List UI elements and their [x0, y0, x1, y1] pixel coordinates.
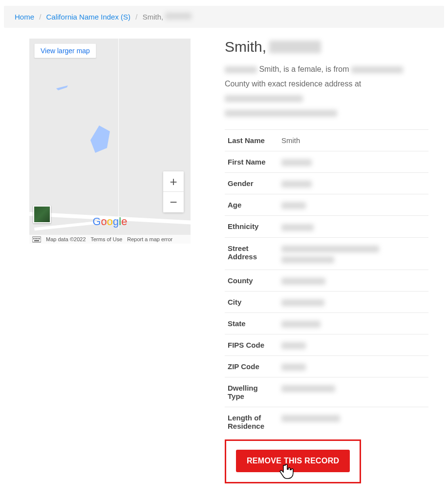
page-title: Smith, xxxxxxxx: [225, 39, 428, 55]
map-panel: View larger map + − Google Map data ©202…: [29, 39, 191, 244]
table-row: Street Addressxxxxxxxxxxxx: [225, 237, 428, 270]
description-text: xxxxxx Smith, is a female, is from xxxxx…: [225, 62, 428, 120]
redacted-text: xxxxxx: [281, 181, 312, 188]
table-row: Dwelling Typexxxxxx: [225, 377, 428, 407]
field-label: FIPS Code: [225, 334, 278, 355]
table-row: ZIP Codexxxxxx: [225, 355, 428, 377]
svg-rect-5: [39, 238, 40, 239]
redacted-text: xxxxxxxxxx: [351, 66, 403, 73]
breadcrumb-home[interactable]: Home: [15, 13, 34, 21]
field-label: Age: [225, 194, 278, 216]
redacted-text: xxxxxx: [281, 202, 306, 209]
svg-rect-2: [35, 238, 36, 239]
field-value: xxxxxx: [278, 377, 428, 407]
field-label: City: [225, 291, 278, 312]
table-row: Ethnicityxxxxxx: [225, 216, 428, 237]
field-label: Length of Residence: [225, 407, 278, 437]
satellite-toggle[interactable]: [33, 206, 51, 223]
field-label: Gender: [225, 173, 278, 194]
redacted-text: xxxxxx: [281, 342, 306, 349]
svg-rect-0: [32, 237, 41, 242]
view-larger-map-button[interactable]: View larger map: [34, 43, 96, 58]
map-canvas[interactable]: View larger map + − Google Map data ©202…: [29, 39, 191, 244]
breadcrumb: Home / California Name Index (S) / Smith…: [4, 6, 444, 28]
svg-rect-3: [36, 238, 37, 239]
google-logo: Google: [92, 215, 127, 228]
redacted-text: xxxxxx: [281, 278, 325, 285]
redacted-text: xxxxxxxxxxxxxxxxxxxxxxx: [225, 110, 337, 117]
field-label: First Name: [225, 151, 278, 173]
table-row: First Namexxxxxx: [225, 151, 428, 173]
info-table: Last NameSmithFirst NamexxxxxxGenderxxxx…: [225, 129, 428, 436]
field-value: xxxxxx: [278, 270, 428, 291]
map-report-link[interactable]: Report a map error: [127, 236, 172, 242]
zoom-in-button[interactable]: +: [163, 171, 184, 192]
field-value: xxxxxx: [278, 355, 428, 377]
redacted-text: xxxxxx: [281, 224, 314, 231]
breadcrumb-sep-1: /: [39, 13, 41, 21]
map-terms-link[interactable]: Terms of Use: [91, 236, 123, 242]
field-value: xxxxxx: [278, 334, 428, 355]
breadcrumb-current: Smith, xxxxxx: [143, 13, 192, 21]
field-label: Last Name: [225, 130, 278, 151]
redacted-text: xxxxxx: [165, 13, 192, 20]
map-data-text: Map data ©2022: [46, 236, 86, 242]
table-row: Statexxxxxx: [225, 312, 428, 334]
field-value: xxxxxx: [278, 312, 428, 334]
table-row: Last NameSmith: [225, 130, 428, 151]
field-value: Smith: [278, 130, 428, 151]
redacted-text: xxxxxx: [281, 256, 334, 263]
breadcrumb-index[interactable]: California Name Index (S): [46, 13, 131, 21]
breadcrumb-sep-2: /: [135, 13, 137, 21]
redacted-text: xxxxxx: [281, 246, 379, 252]
field-value: xxxxxx: [278, 151, 428, 173]
table-row: Genderxxxxxx: [225, 173, 428, 194]
redacted-text: xxxxxx: [281, 299, 324, 306]
field-value: xxxxxxxxxxxx: [278, 237, 428, 270]
redacted-text: xxxxxx: [281, 159, 312, 166]
field-label: Dwelling Type: [225, 377, 278, 407]
map-footer: Map data ©2022 Terms of Use Report a map…: [29, 235, 191, 244]
svg-rect-6: [34, 240, 39, 241]
field-label: County: [225, 270, 278, 291]
redacted-text: xxxxxx: [281, 385, 335, 392]
field-value: xxxxxx: [278, 194, 428, 216]
redacted-text: xxxxxx: [281, 415, 340, 422]
redacted-text: xxxxxx: [281, 321, 320, 328]
cursor-hand-icon: [279, 462, 297, 481]
field-value: xxxxxx: [278, 291, 428, 312]
table-row: Agexxxxxx: [225, 194, 428, 216]
table-row: Countyxxxxxx: [225, 270, 428, 291]
zoom-out-button[interactable]: −: [163, 192, 184, 212]
field-value: xxxxxx: [278, 173, 428, 194]
table-row: Cityxxxxxx: [225, 291, 428, 312]
svg-rect-1: [33, 238, 34, 239]
details-panel: Smith, xxxxxxxx xxxxxx Smith, is a femal…: [225, 39, 428, 483]
field-value: xxxxxx: [278, 407, 428, 437]
redacted-text: xxxxxx: [225, 66, 257, 73]
table-row: FIPS Codexxxxxx: [225, 334, 428, 355]
field-label: Ethnicity: [225, 216, 278, 237]
table-row: Length of Residencexxxxxx: [225, 407, 428, 437]
svg-rect-4: [38, 238, 39, 239]
zoom-controls: + −: [163, 171, 184, 212]
field-label: Street Address: [225, 237, 278, 270]
redacted-text: xxxxxxxx: [269, 41, 321, 53]
field-label: State: [225, 312, 278, 334]
field-label: ZIP Code: [225, 355, 278, 377]
redacted-text: xxxxxxxxxxxxxxxx: [225, 95, 303, 102]
field-value: xxxxxx: [278, 216, 428, 237]
keyboard-icon: [32, 236, 41, 243]
remove-highlight-box: REMOVE THIS RECORD: [225, 439, 361, 483]
redacted-text: xxxxxx: [281, 364, 306, 371]
